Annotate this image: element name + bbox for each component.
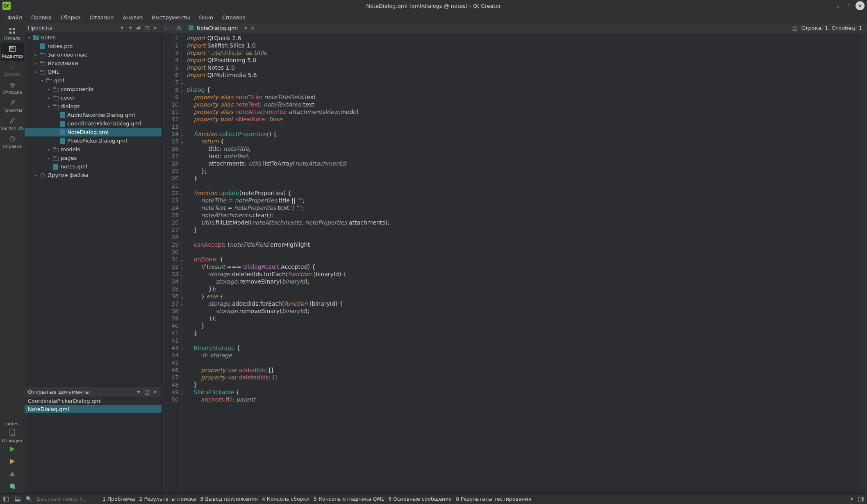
device-icon[interactable] [7,427,17,437]
file-icon [52,155,59,161]
kit-project[interactable]: notes [1,420,24,427]
toggle-left-panel-icon[interactable] [2,495,10,503]
output-qmldbg[interactable]: 5 Консоль отладчика QML [314,496,384,502]
output-general[interactable]: 6 Основные сообщения [388,496,452,502]
tree-row[interactable]: ▸Заголовочные [25,50,162,59]
add-icon[interactable]: + [127,25,134,31]
nav-fwd-icon[interactable]: › [170,25,174,31]
tree-row[interactable]: ▸Исходники [25,59,162,68]
code-editor[interactable]: import QtQuick 2.6import Sailfish.Silica… [182,33,861,493]
expand-icon[interactable]: ▸ [34,61,38,66]
split-editor-icon[interactable]: ◫ [791,25,798,31]
expand-icon[interactable]: ▸ [47,148,51,152]
tree-row[interactable]: PhotoPickerDialog.qml [25,136,162,145]
minimize-icon[interactable]: ⌄ [834,2,842,9]
menu-edit[interactable]: Правка [27,13,55,22]
svg-text:?: ? [11,137,14,141]
nav-back-icon[interactable]: ‹ [164,25,168,31]
project-tree[interactable]: ▾notesnotes.pro▸Заголовочные▸Исходники▾Q… [25,32,162,387]
output-tests[interactable]: 8 Результаты тестирования [456,496,531,502]
toggle-bottom-panel-icon[interactable] [14,495,21,503]
mode-edit[interactable]: Редактор [1,43,24,61]
app-icon: QC [2,2,11,10]
menu-tools[interactable]: Инструменты [148,13,194,22]
run-button[interactable] [7,444,17,454]
file-icon [39,61,46,66]
output-dropdown-icon[interactable]: ▾ [848,495,856,503]
filter-icon[interactable]: ▾ [119,25,125,31]
tree-row[interactable]: ▸pages [25,154,162,162]
mode-sailfish[interactable]: Sailfish OS [1,115,24,133]
split-icon[interactable]: ◫ [143,25,150,31]
open-doc-row[interactable]: CoordinatePickerDialog.qml [25,397,162,405]
opendocs-split-icon[interactable]: ◫ [143,389,150,395]
mode-projects[interactable]: Проекты [1,97,24,115]
cursor-position: Строка: 1, Столбец: 1 [801,25,862,31]
menu-file[interactable]: Файл [3,13,26,22]
file-icon [39,69,46,75]
mode-design[interactable]: Дизайн [1,61,24,79]
mode-welcome[interactable]: Начало [1,25,24,43]
expand-icon[interactable]: ▸ [34,53,38,57]
engine-status-icon[interactable] [7,481,17,491]
menu-debug[interactable]: Отладка [86,13,118,22]
tree-row[interactable]: CoordinatePickerDialog.qml [25,119,162,128]
tree-row[interactable]: ▾notes [25,33,162,42]
tree-label: NoteDialog.qml [67,129,109,135]
opendocs-dropdown-icon[interactable]: ▾ [135,389,142,395]
expand-icon[interactable]: ▸ [47,96,51,100]
debug-run-button[interactable] [7,456,17,466]
toggle-right-panel-icon[interactable] [857,495,865,503]
statusbar: 🔍 1 Проблемы 2 Результаты поиска 3 Вывод… [0,493,867,504]
close-icon[interactable]: ✕ [856,1,865,10]
locator-icon[interactable]: 🔍 [25,495,33,503]
build-button[interactable] [7,469,17,479]
line-gutter[interactable]: 1234567▾8▾91011121314▾15▾16171819202122▾… [162,33,182,493]
tree-row[interactable]: ▾qml [25,76,162,85]
tree-row[interactable]: NoteDialog.qml [25,128,162,136]
menu-analyze[interactable]: Анализ [118,13,147,22]
output-compile[interactable]: 4 Консоль сборки [262,496,309,502]
svg-rect-39 [60,129,65,135]
tree-row[interactable]: ▾QML [25,68,162,76]
editor-scrollbar[interactable] [861,33,867,493]
open-docs-list[interactable]: CoordinatePickerDialog.qmlNoteDialog.qml [25,397,162,493]
tree-row[interactable]: AudioRecorderDialog.qml [25,111,162,119]
expand-icon[interactable]: ▸ [47,156,51,160]
kit-config[interactable]: Отладка [1,437,24,444]
svg-rect-52 [15,499,20,501]
tree-row[interactable]: ▾dialogs [25,102,162,111]
output-app[interactable]: 3 Вывод приложения [200,496,258,502]
menu-help[interactable]: Справка [218,13,250,22]
tree-row[interactable]: ▸Другие файлы [25,171,162,179]
maximize-icon[interactable]: ⌃ [845,2,852,9]
output-problems[interactable]: 1 Проблемы [102,496,135,502]
opendocs-close-icon[interactable]: × [152,389,158,395]
lock-icon[interactable] [176,25,182,30]
menu-build[interactable]: Сборка [56,13,84,22]
tree-row[interactable]: notes.qml [25,162,162,171]
expand-icon[interactable]: ▾ [34,70,38,74]
expand-icon[interactable]: ▾ [27,36,31,40]
panel-close-icon[interactable]: × [152,25,158,31]
editor-tabbar: ‹ › NoteDialog.qml ▾ × ◫ Строка: 1, Стол… [162,23,867,33]
expand-icon[interactable]: ▾ [40,79,44,83]
expand-icon[interactable]: ▸ [34,173,38,177]
quick-search[interactable] [37,496,98,502]
tree-row[interactable]: notes.pro [25,42,162,50]
output-search[interactable]: 2 Результаты поиска [139,496,196,502]
menu-window[interactable]: Окно [195,13,217,22]
tree-row[interactable]: ▸components [25,85,162,93]
tree-row[interactable]: ▸models [25,145,162,154]
tab-close-icon[interactable]: × [250,25,256,31]
open-doc-row[interactable]: NoteDialog.qml [25,405,162,413]
mode-debug[interactable]: Отладка [1,79,24,97]
link-icon[interactable]: ⇄ [135,25,142,31]
editor-tab[interactable]: NoteDialog.qml [184,24,242,32]
tree-row[interactable]: ▸cover [25,93,162,102]
quick-search-input[interactable] [37,496,98,502]
mode-help[interactable]: ? Справка [1,133,24,151]
expand-icon[interactable]: ▸ [47,87,51,91]
expand-icon[interactable]: ▾ [47,104,51,109]
tab-dropdown-icon[interactable]: ▾ [243,25,248,31]
